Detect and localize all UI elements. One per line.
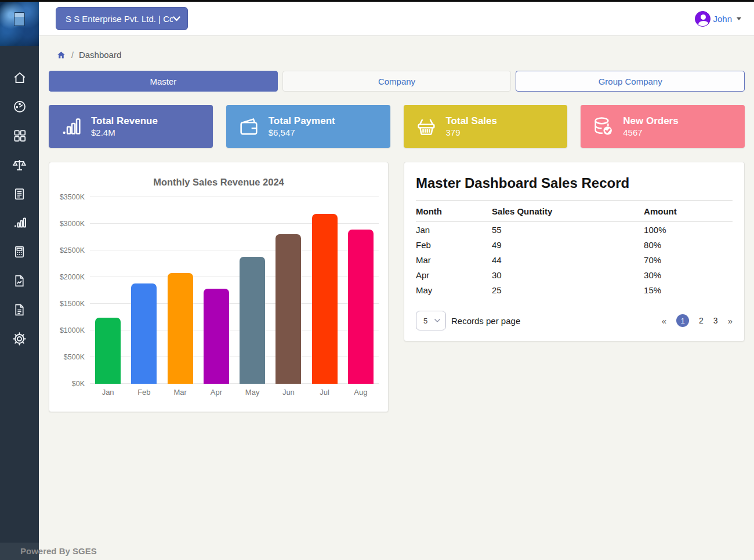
sidebar-item-invoices[interactable] <box>0 179 39 208</box>
stat-card-total-payment: Total Payment $6,547 <box>226 105 390 148</box>
stat-card-value: $2.4M <box>91 127 158 138</box>
dashboard-tabs: Master Company Group Company <box>49 71 745 92</box>
table-cell: 55 <box>492 222 644 238</box>
sidebar-item-modules[interactable] <box>0 121 39 150</box>
file-text-icon <box>12 303 27 317</box>
table-cell: 30 <box>492 267 644 282</box>
stat-card-title: Total Revenue <box>91 115 158 127</box>
table-header-row: MonthSales QunatityAmount <box>416 201 733 222</box>
caret-down-icon <box>737 17 741 20</box>
y-axis-tick: $0K <box>72 380 85 388</box>
table-cell: Jan <box>416 222 492 238</box>
stat-card-value: $6,547 <box>269 127 335 138</box>
bar-Feb <box>131 283 157 384</box>
table-cell: 80% <box>644 237 733 252</box>
chart-plot: $0K$500K$1000K$1500K$2000K$2500K$3000K$3… <box>90 197 379 384</box>
sidebar-item-report-file[interactable] <box>0 266 39 295</box>
company-select-value: S S Enterprise Pvt. Ltd. | Cor <box>66 14 173 24</box>
sidebar-item-documents[interactable] <box>0 295 39 324</box>
chart-title: Monthly Sales Revenue 2024 <box>49 177 388 188</box>
pager-page-1[interactable]: 1 <box>676 314 689 327</box>
pager-pages: 123 <box>676 314 718 327</box>
user-name: John <box>713 14 732 24</box>
sidebar-item-home[interactable] <box>0 63 39 92</box>
breadcrumb-page: Dashboard <box>79 50 121 60</box>
speedometer-icon <box>12 99 27 114</box>
table-cell: 49 <box>492 237 644 252</box>
table-cell: 15% <box>644 282 733 297</box>
y-axis-tick: $500K <box>64 353 85 361</box>
records-per-page-select[interactable]: 5 <box>416 311 446 330</box>
breadcrumb-separator: / <box>71 50 74 60</box>
stat-card-new-orders: New Orders 4567 <box>581 105 745 148</box>
bar-chart-icon <box>60 115 83 138</box>
stat-card-total-sales: Total Sales 379 <box>404 105 568 148</box>
basket-icon <box>415 115 438 138</box>
table-cell: Apr <box>416 267 492 282</box>
grid-icon <box>12 128 27 143</box>
pager-next-button[interactable]: » <box>728 316 733 326</box>
column-header: Month <box>416 201 492 222</box>
bar-Apr <box>204 289 229 384</box>
y-axis-tick: $3000K <box>60 220 85 228</box>
table-cell: May <box>416 282 492 297</box>
column-header: Amount <box>644 201 733 222</box>
user-menu[interactable]: John <box>695 11 741 27</box>
window-top-border <box>0 0 754 2</box>
bar-Jan <box>95 318 121 384</box>
stat-card-title: Total Payment <box>269 115 335 127</box>
y-axis-tick: $3500K <box>60 193 85 201</box>
x-axis-label: Jul <box>312 388 338 397</box>
y-axis-tick: $1000K <box>60 326 85 334</box>
tab-group-company[interactable]: Group Company <box>516 71 745 92</box>
footer-text: Powered By SGES <box>20 546 97 556</box>
y-axis-tick: $1500K <box>60 300 85 308</box>
table-row: Mar4470% <box>416 252 733 267</box>
invoice-icon <box>12 187 27 201</box>
sidebar-item-accounting[interactable] <box>0 237 39 266</box>
pager: « 123 » <box>662 314 733 327</box>
calculator-icon <box>12 245 27 259</box>
x-axis-label: May <box>240 388 265 397</box>
pagination-row: 5 Records per page « 123 » <box>416 311 733 330</box>
table-cell: 25 <box>492 282 644 297</box>
bar-Jun <box>276 234 301 384</box>
sidebar-item-ledger[interactable] <box>0 150 39 179</box>
x-axis-label: Apr <box>204 388 229 397</box>
tab-company[interactable]: Company <box>282 71 512 92</box>
table-cell: 44 <box>492 252 644 267</box>
bar-Aug <box>348 230 374 384</box>
sidebar <box>0 46 39 560</box>
gear-icon <box>12 331 27 347</box>
x-axis-label: Aug <box>348 388 374 397</box>
pager-page-2[interactable]: 2 <box>699 316 704 325</box>
breadcrumb: / Dashboard <box>49 50 745 60</box>
sidebar-item-dashboard[interactable] <box>0 92 39 121</box>
table-body: Jan55100%Feb4980%Mar4470%Apr3030%May2515… <box>416 222 733 298</box>
bar-Jul <box>312 214 338 384</box>
table-cell: 30% <box>644 267 733 282</box>
file-chart-icon <box>12 274 27 288</box>
app-logo <box>0 2 39 46</box>
stat-card-value: 4567 <box>623 127 678 138</box>
sales-record-title: Master Dashboard Sales Record <box>416 175 733 191</box>
home-icon <box>12 70 27 85</box>
company-select[interactable]: S S Enterprise Pvt. Ltd. | Cor <box>56 7 188 30</box>
home-icon[interactable] <box>56 50 66 60</box>
x-axis-label: Mar <box>168 388 193 397</box>
pager-page-3[interactable]: 3 <box>713 316 718 325</box>
x-axis-label: Feb <box>131 388 157 397</box>
tab-master[interactable]: Master <box>49 71 278 92</box>
table-row: Jan55100% <box>416 222 733 238</box>
sidebar-item-reports-chart[interactable] <box>0 208 39 237</box>
sales-record-table: MonthSales QunatityAmount Jan55100%Feb49… <box>416 200 733 297</box>
x-axis-label: Jan <box>95 388 121 397</box>
table-cell: 100% <box>644 222 733 238</box>
bar-chart-icon <box>12 215 27 230</box>
sidebar-item-settings[interactable] <box>0 324 39 353</box>
table-cell: Feb <box>416 237 492 252</box>
stat-card-title: New Orders <box>623 115 678 127</box>
table-cell: 70% <box>644 252 733 267</box>
avatar <box>695 11 710 27</box>
pager-prev-button[interactable]: « <box>662 316 666 326</box>
